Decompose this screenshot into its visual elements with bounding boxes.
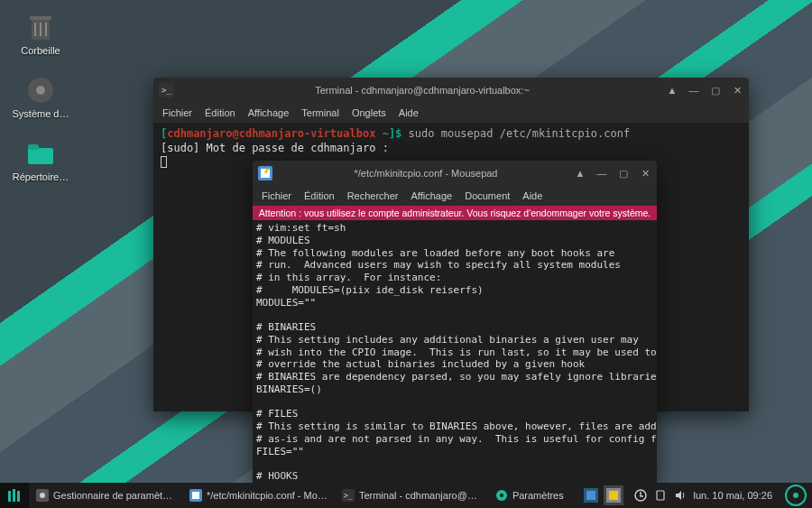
- start-menu-button[interactable]: [0, 483, 29, 508]
- svg-point-25: [500, 494, 503, 497]
- keep-above-icon[interactable]: ▲: [666, 84, 678, 97]
- terminal-titlebar[interactable]: >_ Terminal - cdhmanjaro@cdhmanjaro-virt…: [153, 78, 749, 103]
- close-icon[interactable]: ✕: [639, 167, 651, 180]
- menu-view[interactable]: Affichage: [411, 190, 453, 201]
- menu-view[interactable]: Affichage: [248, 107, 290, 118]
- tray-launcher-1[interactable]: [581, 485, 601, 505]
- menu-search[interactable]: Rechercher: [347, 190, 399, 201]
- task-parameters[interactable]: Paramètres: [488, 483, 571, 508]
- trash-icon[interactable]: Corbeille: [9, 9, 72, 56]
- home-label: Répertoire…: [13, 171, 69, 182]
- terminal-app-icon: >_: [159, 83, 173, 97]
- menu-help[interactable]: Aide: [399, 107, 419, 118]
- minimize-icon[interactable]: —: [687, 84, 700, 97]
- svg-point-6: [36, 86, 45, 95]
- desktop-icons: Corbeille Système d… Répertoire…: [9, 9, 72, 182]
- svg-rect-16: [13, 489, 15, 502]
- svg-text:>_: >_: [161, 86, 171, 95]
- menu-edit[interactable]: Édition: [304, 190, 335, 201]
- task-settings-manager[interactable]: Gestionnaire de paramètr…: [29, 483, 182, 508]
- mousepad-window: */etc/mkinitcpio.conf - Mousepad ▲ — ▢ ✕…: [253, 161, 657, 485]
- settings-icon: [36, 489, 49, 502]
- maximize-icon[interactable]: ▢: [709, 84, 722, 97]
- svg-rect-15: [8, 491, 11, 502]
- svg-rect-1: [30, 16, 51, 20]
- svg-rect-17: [17, 491, 20, 502]
- close-icon[interactable]: ✕: [731, 84, 743, 97]
- menu-edit[interactable]: Édition: [205, 107, 235, 118]
- minimize-icon[interactable]: —: [595, 167, 608, 180]
- taskbar-tasks: Gestionnaire de paramètr… */etc/mkinitcp…: [29, 483, 577, 508]
- clipboard-icon[interactable]: [654, 489, 667, 502]
- menu-file[interactable]: Fichier: [262, 190, 291, 201]
- clock[interactable]: lun. 10 mai, 09:26: [694, 490, 772, 501]
- tray-launcher-2[interactable]: [604, 485, 623, 505]
- mousepad-title: */etc/mkinitcpio.conf - Mousepad: [278, 168, 574, 179]
- menu-document[interactable]: Document: [465, 190, 510, 201]
- svg-point-32: [793, 493, 798, 498]
- svg-rect-3: [40, 23, 42, 36]
- task-terminal[interactable]: >_ Terminal - cdhmanjaro@cd…: [335, 483, 488, 508]
- svg-rect-2: [34, 23, 36, 36]
- updates-icon[interactable]: [634, 489, 647, 502]
- svg-rect-29: [609, 491, 618, 500]
- terminal-cursor: [161, 156, 167, 168]
- mousepad-icon: [189, 489, 202, 502]
- terminal-title: Terminal - cdhmanjaro@cdhmanjaro-virtual…: [179, 85, 666, 96]
- show-desktop-button[interactable]: [785, 485, 807, 506]
- svg-rect-21: [192, 492, 199, 499]
- svg-rect-31: [657, 491, 664, 500]
- mousepad-menubar: Fichier Édition Rechercher Affichage Doc…: [253, 186, 657, 206]
- svg-point-19: [40, 493, 45, 498]
- svg-rect-4: [45, 23, 47, 36]
- manjaro-settings-icon: [495, 489, 508, 502]
- svg-rect-7: [28, 148, 53, 164]
- root-warning-banner: Attention : vous utilisez le compte admi…: [253, 206, 657, 220]
- menu-help[interactable]: Aide: [522, 190, 542, 201]
- editor-content[interactable]: # vim:set ft=sh # MODULES # The followin…: [253, 220, 657, 485]
- maximize-icon[interactable]: ▢: [617, 167, 630, 180]
- svg-rect-8: [28, 144, 39, 150]
- home-folder-icon[interactable]: Répertoire…: [9, 135, 72, 182]
- menu-tabs[interactable]: Onglets: [352, 107, 386, 118]
- menu-terminal[interactable]: Terminal: [301, 107, 339, 118]
- tray-launchers: [577, 485, 627, 505]
- task-mousepad[interactable]: */etc/mkinitcpio.conf - Mo…: [182, 483, 335, 508]
- trash-label: Corbeille: [21, 45, 60, 56]
- terminal-menubar: Fichier Édition Affichage Terminal Ongle…: [153, 103, 749, 123]
- svg-text:>_: >_: [344, 492, 353, 500]
- menu-file[interactable]: Fichier: [162, 107, 192, 118]
- taskbar: Gestionnaire de paramètr… */etc/mkinitcp…: [0, 483, 812, 508]
- keep-above-icon[interactable]: ▲: [574, 167, 586, 180]
- system-label: Système d…: [13, 108, 69, 119]
- system-icon[interactable]: Système d…: [9, 72, 72, 119]
- volume-icon[interactable]: [674, 489, 687, 502]
- system-tray: lun. 10 mai, 09:26: [627, 489, 780, 502]
- terminal-icon: >_: [342, 489, 355, 502]
- mousepad-titlebar[interactable]: */etc/mkinitcpio.conf - Mousepad ▲ — ▢ ✕: [253, 161, 657, 186]
- mousepad-app-icon: [258, 166, 272, 180]
- svg-rect-27: [586, 491, 595, 500]
